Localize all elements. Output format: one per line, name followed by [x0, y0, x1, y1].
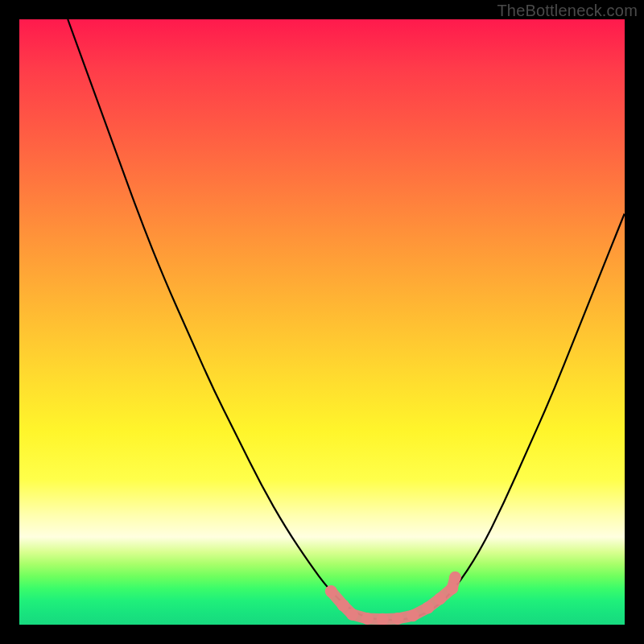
chart-frame: TheBottleneck.com — [0, 0, 644, 644]
bottleneck-curve-path — [68, 19, 625, 620]
valley-marker-dot — [407, 609, 419, 621]
chart-svg — [19, 19, 625, 625]
valley-markers — [325, 572, 461, 625]
valley-marker-dot — [337, 599, 349, 611]
valley-marker-dot — [422, 601, 434, 613]
valley-marker-dot — [361, 613, 374, 625]
valley-marker-dot — [449, 572, 461, 584]
valley-marker-dot — [325, 585, 337, 597]
valley-marker-dot — [434, 592, 446, 605]
valley-marker-dot — [392, 613, 404, 625]
valley-marker-dot — [346, 609, 358, 621]
attribution-text: TheBottleneck.com — [497, 2, 638, 20]
valley-marker-dot — [377, 613, 389, 625]
chart-plot-area — [19, 19, 625, 625]
valley-marker-dot — [446, 582, 458, 594]
